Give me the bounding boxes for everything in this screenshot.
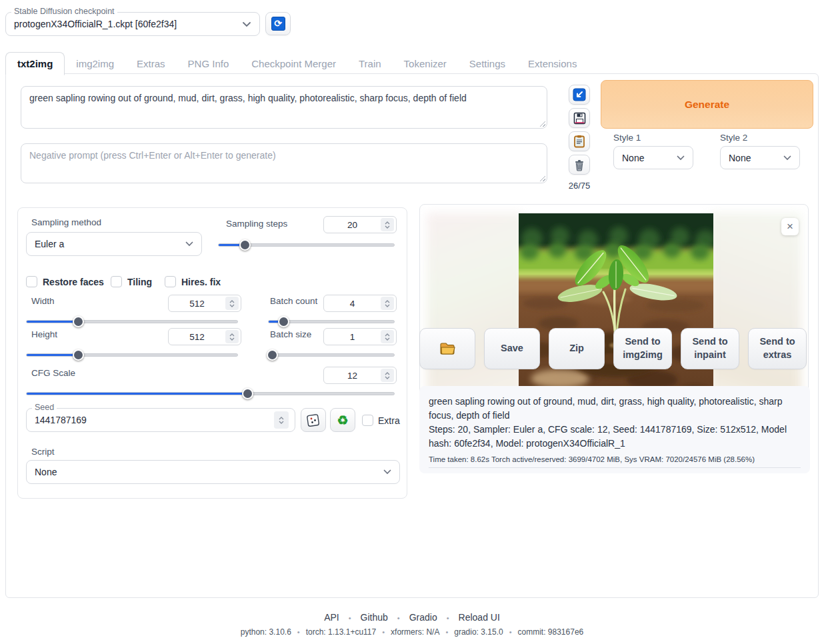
footer-version-torch: torch: 1.13.1+cu117: [306, 627, 377, 637]
width-input[interactable]: 512: [168, 295, 241, 312]
close-gallery-button[interactable]: ×: [781, 218, 799, 235]
width-label: Width: [31, 296, 55, 306]
height-slider[interactable]: [26, 349, 238, 361]
cfg-scale-label: CFG Scale: [31, 368, 75, 378]
tab-train[interactable]: Train: [347, 53, 393, 75]
stepper-icon[interactable]: [225, 297, 239, 310]
generation-info-panel: green sapling rowing out of ground, mud,…: [419, 386, 810, 473]
footer-version-xformers: xformers: N/A: [391, 627, 439, 637]
style2-select[interactable]: None: [720, 146, 800, 169]
bullet-separator: •: [382, 628, 385, 636]
footer-link-api[interactable]: API: [324, 612, 339, 623]
output-params-text: Steps: 20, Sampler: Euler a, CFG scale: …: [429, 423, 801, 451]
stepper-icon[interactable]: [381, 218, 394, 231]
zip-button[interactable]: Zip: [549, 328, 605, 369]
checkpoint-dropdown[interactable]: Stable Diffusion checkpoint protogenX34O…: [5, 12, 260, 36]
height-value: 512: [169, 332, 225, 342]
slider-thumb[interactable]: [239, 239, 251, 251]
bullet-separator: •: [447, 614, 449, 622]
paste-generation-params-button[interactable]: [569, 85, 590, 105]
tab-extras[interactable]: Extras: [125, 53, 177, 75]
checkpoint-value: protogenX34OfficialR_1.ckpt [60fe2f34]: [14, 19, 242, 29]
style1-value: None: [622, 153, 677, 163]
sampling-steps-slider[interactable]: [218, 239, 395, 251]
batch-count-slider[interactable]: [268, 316, 395, 327]
tab-checkpoint-merger[interactable]: Checkpoint Merger: [240, 53, 347, 75]
send-to-img2img-button[interactable]: Send to img2img: [613, 328, 672, 369]
tab-tokenizer[interactable]: Tokenizer: [393, 53, 458, 75]
reuse-seed-button[interactable]: ♻: [330, 408, 355, 432]
save-button[interactable]: Save: [484, 328, 540, 369]
output-actions: Save Zip Send to img2img Send to inpaint…: [419, 328, 810, 369]
hires-fix-checkbox[interactable]: [165, 276, 176, 287]
footer-link-gradio[interactable]: Gradio: [409, 612, 437, 623]
batch-size-input[interactable]: 1: [323, 328, 397, 345]
tab-extensions[interactable]: Extensions: [517, 53, 588, 75]
batch-count-input[interactable]: 4: [323, 295, 397, 312]
tab-img2img[interactable]: img2img: [65, 53, 125, 75]
style2-value: None: [729, 153, 783, 163]
open-folder-button[interactable]: [419, 328, 475, 369]
cfg-scale-input[interactable]: 12: [323, 367, 397, 384]
generated-image[interactable]: [519, 213, 713, 407]
stepper-icon[interactable]: [381, 297, 394, 310]
sampling-steps-input[interactable]: 20: [323, 216, 397, 233]
footer-link-reload-ui[interactable]: Reload UI: [459, 612, 500, 623]
tab-txt2img[interactable]: txt2img: [5, 52, 65, 75]
script-select[interactable]: None: [26, 460, 400, 484]
bullet-separator: •: [297, 628, 300, 636]
bullet-separator: •: [509, 628, 512, 636]
slider-thumb[interactable]: [73, 316, 84, 327]
batch-size-slider[interactable]: [268, 349, 395, 361]
slider-thumb[interactable]: [242, 388, 253, 399]
stepper-icon[interactable]: [381, 330, 394, 343]
cfg-scale-slider[interactable]: [26, 388, 395, 399]
tiling-label: Tiling: [127, 277, 152, 287]
sampling-method-select[interactable]: Euler a: [26, 232, 202, 256]
slider-thumb[interactable]: [267, 349, 278, 361]
apply-style-button[interactable]: [569, 131, 590, 151]
generate-button[interactable]: Generate: [601, 80, 813, 129]
refresh-checkpoint-button[interactable]: ⟳: [265, 12, 291, 35]
clear-prompt-button[interactable]: [569, 155, 590, 175]
save-style-button[interactable]: [569, 108, 590, 128]
checkpoint-label: Stable Diffusion checkpoint: [11, 7, 117, 16]
style1-select[interactable]: None: [613, 146, 693, 169]
sampling-method-label: Sampling method: [31, 217, 101, 227]
footer-link-github[interactable]: Github: [361, 612, 388, 623]
tab-png-info[interactable]: PNG Info: [177, 53, 241, 75]
stepper-icon[interactable]: [225, 330, 239, 343]
token-counter: 26/75: [569, 181, 591, 191]
output-prompt-text: green sapling rowing out of ground, mud,…: [429, 395, 801, 423]
send-to-extras-button[interactable]: Send to extras: [748, 328, 807, 369]
extra-seed-label: Extra: [378, 415, 400, 426]
batch-count-label: Batch count: [270, 296, 317, 306]
footer-version-gradio: gradio: 3.15.0: [454, 627, 503, 637]
slider-thumb[interactable]: [278, 316, 289, 327]
stepper-icon[interactable]: [381, 369, 394, 382]
send-to-inpaint-button[interactable]: Send to inpaint: [681, 328, 739, 369]
height-input[interactable]: 512: [168, 328, 241, 345]
restore-faces-checkbox[interactable]: [26, 276, 37, 287]
stepper-icon[interactable]: [274, 411, 289, 429]
dice-icon: [307, 413, 320, 427]
height-label: Height: [31, 329, 57, 339]
width-slider[interactable]: [26, 316, 238, 327]
folder-icon: [439, 342, 455, 355]
footer-version-commit: commit: 983167e6: [518, 627, 584, 637]
chevron-down-icon: [185, 241, 193, 247]
batch-size-value: 1: [324, 332, 381, 342]
slider-thumb[interactable]: [73, 349, 84, 361]
bullet-separator: •: [397, 614, 400, 622]
chevron-down-icon: [677, 155, 685, 161]
tiling-checkbox[interactable]: [111, 276, 122, 287]
refresh-icon: ⟳: [271, 17, 285, 31]
extra-seed-checkbox[interactable]: [362, 415, 373, 426]
prompt-input[interactable]: green sapling rowing out of ground, mud,…: [21, 86, 547, 129]
random-seed-button[interactable]: [301, 408, 326, 432]
gallery-preview-left: [427, 213, 524, 407]
tab-settings[interactable]: Settings: [458, 53, 517, 75]
close-icon: ×: [787, 220, 793, 233]
negative-prompt-input[interactable]: [21, 143, 547, 183]
seed-input[interactable]: Seed 1441787169: [26, 408, 295, 432]
